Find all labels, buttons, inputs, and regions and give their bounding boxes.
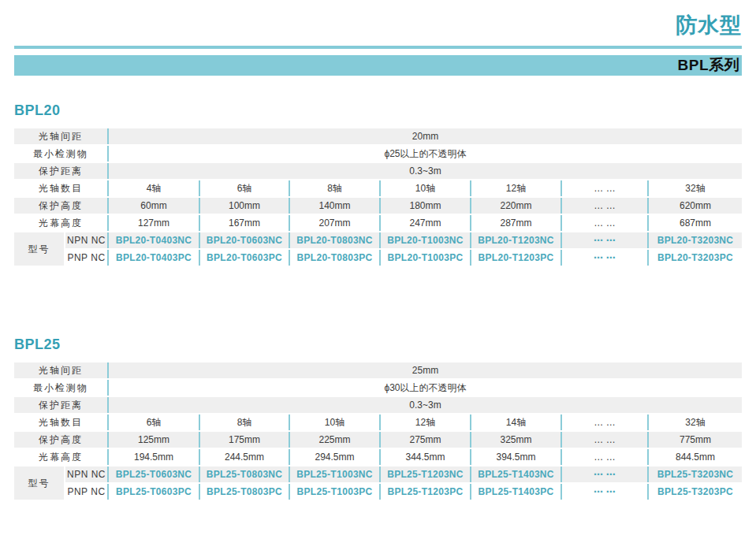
spec-value: 247mm [380, 214, 471, 232]
spec-value: … … [561, 431, 648, 448]
model-number: BPL20-T1203PC [471, 249, 561, 266]
spec-value: 10轴 [289, 414, 380, 431]
model-number: BPL25-T1003NC [289, 466, 380, 483]
spec-value: 6轴 [108, 414, 199, 431]
spec-value: 275mm [380, 431, 471, 448]
model-number: BPL25-T1003PC [289, 483, 380, 500]
page-title: 防水型 [676, 11, 742, 39]
spec-value: 167mm [199, 214, 289, 232]
spec-value: 32轴 [648, 414, 742, 431]
model-type-label: PNP NC [65, 249, 108, 266]
table-row: PNP NCBPL25-T0603PCBPL25-T0803PCBPL25-T1… [14, 483, 742, 500]
spec-value: 12轴 [380, 414, 471, 431]
spec-value: 294.5mm [289, 448, 380, 466]
table-row: 最小检测物ϕ25以上的不透明体 [14, 145, 742, 162]
spec-value: 60mm [108, 197, 199, 214]
spec-value: 10轴 [380, 180, 471, 197]
model-number: BPL25-T1203PC [380, 483, 471, 500]
spec-value: 220mm [471, 197, 561, 214]
row-label: 光轴数目 [14, 414, 108, 431]
spec-value: … … [561, 180, 648, 197]
model-row-label: 型号 [14, 466, 65, 500]
spec-value: 194.5mm [108, 448, 199, 466]
spec-value: 620mm [648, 197, 742, 214]
spec-value: 125mm [108, 431, 199, 448]
spec-value: 127mm [108, 214, 199, 232]
model-number: ⋯ ⋯ [561, 466, 648, 483]
model-number: BPL20-T0603PC [199, 249, 289, 266]
row-label: 保护距离 [14, 396, 108, 414]
table-row: 光轴数目6轴8轴10轴12轴14轴… …32轴 [14, 414, 742, 431]
spec-value: 140mm [289, 197, 380, 214]
spec-value: 394.5mm [471, 448, 561, 466]
row-label: 保护距离 [14, 162, 108, 180]
table-row: 保护高度125mm175mm225mm275mm325mm… …775mm [14, 431, 742, 448]
bpl20-section: BPL20 光轴间距20mm最小检测物ϕ25以上的不透明体保护距离0.3~3m光… [14, 103, 742, 267]
row-label: 保护高度 [14, 197, 108, 214]
model-number: BPL25-T1203NC [380, 466, 471, 483]
datasheet-page: 防水型 BPL系列 BPL20 光轴间距20mm最小检测物ϕ25以上的不透明体保… [0, 0, 756, 539]
model-number: BPL20-T0403PC [108, 249, 199, 266]
table-row: 光轴数目4轴6轴8轴10轴12轴… …32轴 [14, 180, 742, 197]
header-rule [14, 46, 742, 49]
spec-value: 0.3~3m [108, 396, 742, 414]
spec-value: 775mm [648, 431, 742, 448]
spec-value: 325mm [471, 431, 561, 448]
table-row: 光幕高度194.5mm244.5mm294.5mm344.5mm394.5mm…… [14, 448, 742, 466]
spec-value: 344.5mm [380, 448, 471, 466]
table-row: PNP NCBPL20-T0403PCBPL20-T0603PCBPL20-T0… [14, 249, 742, 266]
spec-value: … … [561, 414, 648, 431]
spec-value: 8轴 [199, 414, 289, 431]
row-label: 保护高度 [14, 431, 108, 448]
spec-value: 180mm [380, 197, 471, 214]
spec-value: … … [561, 214, 648, 232]
table-row: 保护高度60mm100mm140mm180mm220mm… …620mm [14, 197, 742, 214]
row-label: 光轴数目 [14, 180, 108, 197]
model-number: BPL25-T0603NC [108, 466, 199, 483]
spec-value: 0.3~3m [108, 162, 742, 180]
spec-value: 244.5mm [199, 448, 289, 466]
spec-value: 25mm [108, 362, 742, 379]
row-label: 光幕高度 [14, 448, 108, 466]
model-number: ⋯ ⋯ [561, 249, 648, 266]
series-band: BPL系列 [14, 55, 742, 76]
section-heading: BPL25 [14, 337, 742, 351]
spec-value: 6轴 [199, 180, 289, 197]
model-number: BPL20-T0403NC [108, 232, 199, 249]
spec-value: 32轴 [648, 180, 742, 197]
table-row: 型号NPN NCBPL20-T0403NCBPL20-T0603NCBPL20-… [14, 232, 742, 249]
table-row: 最小检测物ϕ30以上的不透明体 [14, 379, 742, 396]
model-number: BPL25-T1403NC [471, 466, 561, 483]
row-label: 最小检测物 [14, 379, 108, 396]
model-number: BPL20-T0803NC [289, 232, 380, 249]
model-row-label: 型号 [14, 232, 65, 266]
model-number: ⋯ ⋯ [561, 483, 648, 500]
spec-value: 20mm [108, 128, 742, 145]
model-type-label: NPN NC [65, 466, 108, 483]
spec-value: ϕ25以上的不透明体 [108, 145, 742, 162]
model-number: BPL20-T0803PC [289, 249, 380, 266]
spec-value: … … [561, 197, 648, 214]
section-heading: BPL20 [14, 103, 742, 117]
table-row: 光幕高度127mm167mm207mm247mm287mm… …687mm [14, 214, 742, 232]
model-number: BPL20-T1003NC [380, 232, 471, 249]
table-row: 光轴间距20mm [14, 128, 742, 145]
table-row: 保护距离0.3~3m [14, 162, 742, 180]
spec-value: 100mm [199, 197, 289, 214]
spec-value: 207mm [289, 214, 380, 232]
row-label: 光轴间距 [14, 362, 108, 379]
row-label: 最小检测物 [14, 145, 108, 162]
spec-value: 225mm [289, 431, 380, 448]
model-number: BPL25-T1403PC [471, 483, 561, 500]
series-band-label: BPL系列 [678, 57, 743, 73]
spec-table: 光轴间距25mm最小检测物ϕ30以上的不透明体保护距离0.3~3m光轴数目6轴8… [14, 362, 742, 501]
spec-value: ϕ30以上的不透明体 [108, 379, 742, 396]
spec-value: 8轴 [289, 180, 380, 197]
spec-value: 4轴 [108, 180, 199, 197]
table-row: 光轴间距25mm [14, 362, 742, 379]
row-label: 光幕高度 [14, 214, 108, 232]
bpl25-section: BPL25 光轴间距25mm最小检测物ϕ30以上的不透明体保护距离0.3~3m光… [14, 337, 742, 501]
spec-value: 287mm [471, 214, 561, 232]
spec-value: 175mm [199, 431, 289, 448]
spec-value: 844.5mm [648, 448, 742, 466]
